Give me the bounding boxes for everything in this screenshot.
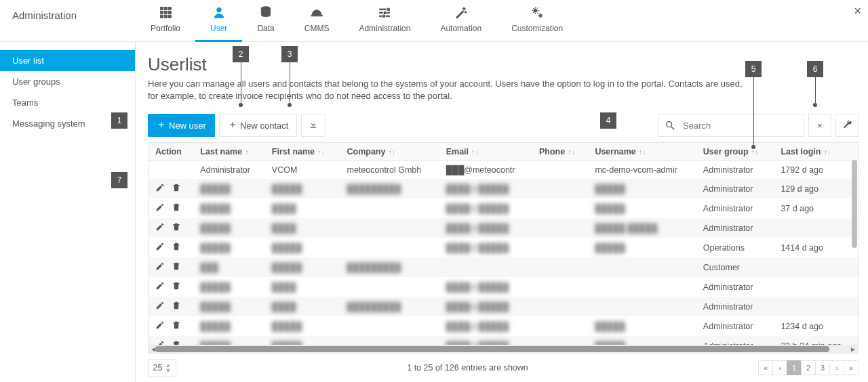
edit-icon[interactable] [155,320,165,332]
plus-icon [157,120,166,131]
table-row[interactable]: ██████████████@██████████Operations1414 … [149,238,858,257]
clear-search-button[interactable]: × [808,114,831,137]
svg-point-9 [216,7,221,12]
edit-icon[interactable] [155,340,165,345]
col-first-name[interactable]: First name↑↓ [265,143,340,161]
sidebar-item-user-list[interactable]: User list [0,50,135,71]
pager: «‹123›» [759,360,859,375]
search-box [658,114,804,137]
col-user-group[interactable]: User group↑↓ [696,143,774,161]
svg-line-14 [671,127,674,129]
top-bar: Administration PortfolioUserDataCMMSAdmi… [0,0,868,42]
nav-tab-customization[interactable]: Customization [496,0,578,42]
table-row[interactable]: █████████████████Customer [149,257,858,277]
top-nav: PortfolioUserDataCMMSAdministrationAutom… [136,0,578,42]
svg-rect-4 [164,11,167,14]
nav-tab-label: Automation [440,24,481,33]
edit-icon[interactable] [155,261,165,273]
helmet-icon [310,5,323,21]
wand-icon [454,5,468,21]
scroll-thumb[interactable] [155,346,829,352]
table-row[interactable]: ██████████████████████@█████Administrato… [149,297,858,316]
delete-icon[interactable] [172,301,181,312]
nav-tab-user[interactable]: User [195,0,242,42]
delete-icon[interactable] [172,340,181,345]
pager-page-2[interactable]: 2 [801,360,816,375]
nav-tab-data[interactable]: Data [242,0,289,42]
nav-tab-cmms[interactable]: CMMS [290,0,344,42]
toolbar: New user New contact × [148,114,859,137]
vertical-scrollbar[interactable] [852,160,857,248]
gears-icon [530,5,544,21]
table-row[interactable]: █████████████@██████████Administrator37 … [149,198,858,218]
edit-icon[interactable] [155,301,165,312]
col-action[interactable]: Action [149,143,193,161]
edit-icon[interactable] [155,183,165,194]
grid-icon [159,5,172,21]
delete-icon[interactable] [172,261,181,273]
svg-rect-7 [164,15,167,18]
close-icon[interactable]: × [847,0,868,22]
new-contact-button[interactable]: New contact [219,114,298,137]
sidebar: User listUser groupsTeamsMessaging syste… [0,42,136,382]
edit-icon[interactable] [155,203,165,214]
close-icon: × [817,121,823,131]
page-description: Here you can manage all users and contac… [148,78,745,102]
edit-icon[interactable] [155,242,165,253]
svg-point-12 [539,14,542,17]
col-company[interactable]: Company↑↓ [340,143,439,161]
sidebar-item-teams[interactable]: Teams [0,92,135,113]
user-table: ActionLast name↑First name↑↓Company↑↓Ema… [149,143,858,345]
horizontal-scrollbar[interactable]: ◄ ► [148,345,859,354]
nav-tab-portfolio[interactable]: Portfolio [136,0,195,42]
column-settings-button[interactable] [835,114,859,137]
pager-prev[interactable]: ‹ [772,360,787,375]
pager-next[interactable]: › [829,360,844,375]
download-button[interactable] [301,114,326,137]
nav-tab-label: Portfolio [151,24,180,33]
delete-icon[interactable] [172,281,181,293]
sidebar-item-user-groups[interactable]: User groups [0,71,135,92]
scroll-right-icon[interactable]: ► [848,345,858,353]
database-icon [259,5,273,21]
user-table-wrap: ActionLast name↑First name↑↓Company↑↓Ema… [148,142,859,345]
edit-icon[interactable] [155,281,165,293]
delete-icon[interactable] [172,203,181,214]
table-row[interactable]: ██████████████@██████████Administrator12… [149,316,858,336]
col-last-login[interactable]: Last login↑↓ [774,143,858,161]
nav-tab-label: Customization [511,24,563,33]
table-row[interactable]: ███████████████████████@██████████Admini… [149,179,858,198]
svg-rect-1 [164,7,167,10]
nav-tab-label: CMMS [304,24,330,33]
pager-page-1[interactable]: 1 [787,360,802,375]
pager-page-3[interactable]: 3 [815,360,830,375]
main-area: Userlist Here you can manage all users a… [136,42,868,382]
delete-icon[interactable] [172,183,181,194]
delete-icon[interactable] [172,222,181,234]
edit-icon[interactable] [155,222,165,234]
nav-tab-administration[interactable]: Administration [344,0,425,42]
new-user-button[interactable]: New user [148,114,215,137]
svg-rect-0 [161,7,163,10]
col-last-name[interactable]: Last name↑ [193,143,264,161]
pager-last[interactable]: » [844,360,859,375]
table-footer: 25 ▲▼ 1 to 25 of 126 entries are shown «… [148,354,859,377]
table-row[interactable]: ██████████████@██████████Administrator23… [149,336,858,345]
entries-count-label: 1 to 25 of 126 entries are shown [176,363,759,373]
download-icon [309,120,318,131]
sidebar-item-messaging-system[interactable]: Messaging system [0,113,135,134]
table-row[interactable]: █████████████@█████Administrator [149,277,858,297]
delete-icon[interactable] [172,242,181,253]
delete-icon[interactable] [172,320,181,332]
svg-rect-3 [161,11,163,14]
table-row[interactable]: █████████████@██████████.█████Administra… [149,218,858,238]
svg-point-13 [667,122,672,127]
col-phone[interactable]: Phone↑↓ [532,143,588,161]
col-username[interactable]: Username↑↓ [588,143,696,161]
search-input[interactable] [682,114,804,136]
table-row[interactable]: AdministratorVCOMmeteocontrol Gmbh███@me… [149,161,858,179]
pager-first[interactable]: « [758,360,773,375]
col-email[interactable]: Email↑↓ [439,143,532,161]
page-size-select[interactable]: 25 ▲▼ [148,359,176,377]
nav-tab-automation[interactable]: Automation [425,0,496,42]
